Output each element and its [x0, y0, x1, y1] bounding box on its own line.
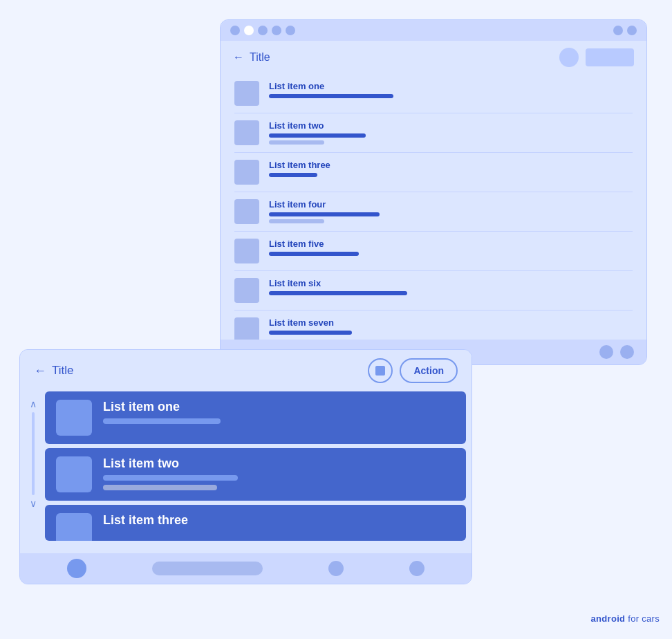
list-item-bar-primary	[103, 475, 238, 481]
list-item-title: List item five	[269, 239, 359, 249]
list-item-content: List item one	[269, 81, 393, 98]
list-item-thumb	[234, 199, 259, 224]
list-item-bar-secondary	[269, 140, 324, 145]
list-item-content: List item three	[269, 160, 330, 177]
list-item-bar-primary	[103, 418, 221, 424]
back-icon-button[interactable]	[559, 48, 579, 67]
list-item-thumb	[234, 239, 259, 263]
list-item-bar-primary	[269, 291, 407, 295]
list-item-bar-secondary	[269, 219, 324, 223]
front-bottom-nav	[20, 553, 472, 584]
front-icon-button[interactable]	[368, 358, 393, 383]
back-title-bar: ← Title	[221, 41, 646, 74]
front-title-right: Action	[368, 358, 458, 383]
front-title-left: ← Title	[34, 364, 74, 378]
list-item-content: List item one	[103, 400, 221, 424]
list-item-title: List item four	[269, 199, 380, 210]
front-arrow-icon[interactable]: ←	[34, 364, 46, 378]
list-item-bar-primary	[269, 94, 393, 98]
nav-dot-1[interactable]	[67, 559, 86, 578]
scroll-area: ∧ ∨	[30, 398, 37, 509]
list-item-bar-primary	[269, 173, 317, 177]
list-item-content: List item four	[269, 199, 380, 223]
list-item[interactable]: List item two	[45, 448, 466, 501]
scroll-down-icon[interactable]: ∨	[30, 498, 37, 509]
chrome-dot-6	[613, 26, 623, 35]
chrome-dot-2	[244, 26, 254, 35]
back-bottom-dot-1	[599, 345, 613, 359]
front-title-bar: ← Title Action	[20, 350, 472, 391]
watermark-suffix: for cars	[625, 613, 660, 624]
watermark: android for cars	[591, 613, 660, 624]
front-title-text: Title	[52, 364, 74, 378]
list-item-content: List item six	[269, 278, 407, 295]
list-item-thumb	[234, 81, 259, 106]
list-item[interactable]: List item one	[234, 74, 633, 113]
stop-icon	[375, 366, 385, 376]
list-item-content: List item three	[103, 513, 188, 528]
list-item[interactable]: List item six	[234, 271, 633, 311]
list-item[interactable]: List item two	[234, 113, 633, 153]
back-title-left: ← Title	[233, 51, 270, 64]
list-item-title: List item one	[103, 400, 221, 414]
front-card: ← Title Action ∧ ∨ List item one	[19, 349, 472, 584]
back-bottom-dot-2	[620, 345, 634, 359]
list-item-thumb	[234, 120, 259, 145]
list-item[interactable]: List item five	[234, 232, 633, 271]
list-item[interactable]: List item one	[45, 391, 466, 444]
list-item-thumb	[56, 456, 92, 492]
back-title-right	[559, 48, 634, 67]
list-item-content: List item two	[269, 120, 366, 145]
list-item-thumb	[234, 317, 259, 342]
list-item-title: List item three	[269, 160, 330, 170]
scroll-track	[32, 412, 35, 495]
nav-dot-2[interactable]	[328, 561, 344, 576]
back-text-button[interactable]	[586, 48, 634, 66]
list-item-thumb	[234, 160, 259, 185]
list-item-title: List item one	[269, 81, 393, 91]
list-item-bar-primary	[269, 252, 359, 256]
list-item[interactable]: List item four	[234, 192, 633, 232]
list-item-title: List item two	[269, 120, 366, 131]
back-title-text: Title	[250, 51, 270, 64]
nav-pill	[152, 562, 263, 575]
list-item-bar-secondary	[103, 485, 217, 490]
list-item-thumb	[234, 278, 259, 303]
front-action-button[interactable]: Action	[400, 358, 458, 383]
nav-dot-3[interactable]	[409, 561, 424, 576]
list-item-content: List item two	[103, 456, 238, 490]
list-item-title: List item three	[103, 513, 188, 528]
list-item[interactable]: List item three	[45, 505, 466, 541]
list-item[interactable]: List item three	[234, 153, 633, 192]
list-item-bar-primary	[269, 212, 380, 216]
chrome-bar	[221, 20, 646, 41]
chrome-dot-3	[258, 26, 268, 35]
back-card: ← Title List item one List item two	[220, 19, 647, 365]
watermark-bold: android	[591, 613, 626, 624]
list-item-content: List item seven	[269, 317, 352, 335]
front-list: List item one List item two List item th…	[45, 391, 466, 541]
back-arrow-icon[interactable]: ←	[233, 51, 244, 64]
chrome-dot-4	[272, 26, 281, 35]
chrome-dot-1	[230, 26, 240, 35]
list-item-title: List item six	[269, 278, 407, 288]
list-item-bar-primary	[269, 331, 352, 335]
list-item-title: List item two	[103, 456, 238, 471]
scroll-up-icon[interactable]: ∧	[30, 398, 37, 409]
list-item-title: List item seven	[269, 317, 352, 328]
list-item-thumb	[56, 400, 92, 436]
list-item-content: List item five	[269, 239, 359, 256]
list-item-thumb	[56, 513, 92, 541]
list-item-bar-primary	[269, 133, 366, 138]
chrome-dot-5	[286, 26, 295, 35]
chrome-dot-7	[627, 26, 637, 35]
back-list: List item one List item two List item th…	[221, 74, 646, 350]
